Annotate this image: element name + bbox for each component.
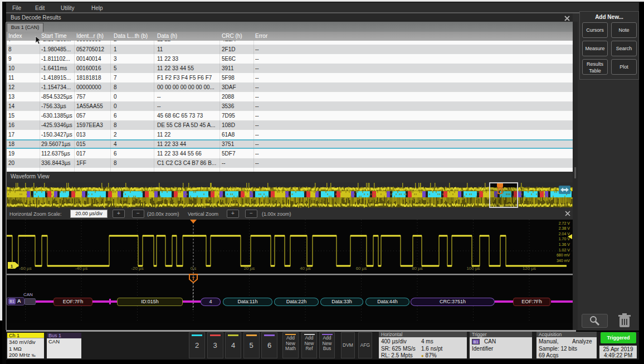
svg-text:60 µs: 60 µs	[356, 266, 367, 271]
svg-text:2.38 V: 2.38 V	[559, 226, 570, 230]
svg-text:340 mV: 340 mV	[557, 259, 570, 263]
svg-text:20 µs: 20 µs	[244, 266, 255, 271]
svg-text:1.36 V: 1.36 V	[559, 242, 570, 246]
svg-text:2.72 V: 2.72 V	[559, 221, 570, 225]
svg-text:40 µs: 40 µs	[300, 266, 311, 271]
svg-text:2.04 V: 2.04 V	[559, 232, 570, 236]
svg-text:1: 1	[11, 264, 13, 269]
svg-text:0 s: 0 s	[191, 266, 197, 271]
svg-text:-40 µs: -40 µs	[75, 266, 87, 271]
svg-text:100 µs: 100 µs	[466, 266, 480, 271]
svg-text:80 µs: 80 µs	[412, 266, 423, 271]
svg-text:-60 µs: -60 µs	[19, 266, 31, 271]
svg-text:120 µs: 120 µs	[523, 266, 536, 271]
svg-text:680 mV: 680 mV	[557, 253, 570, 257]
svg-text:-20 µs: -20 µs	[131, 266, 143, 271]
svg-text:T: T	[192, 276, 195, 281]
svg-text:1.02 V: 1.02 V	[559, 248, 570, 252]
svg-text:1.70 V: 1.70 V	[559, 237, 570, 241]
